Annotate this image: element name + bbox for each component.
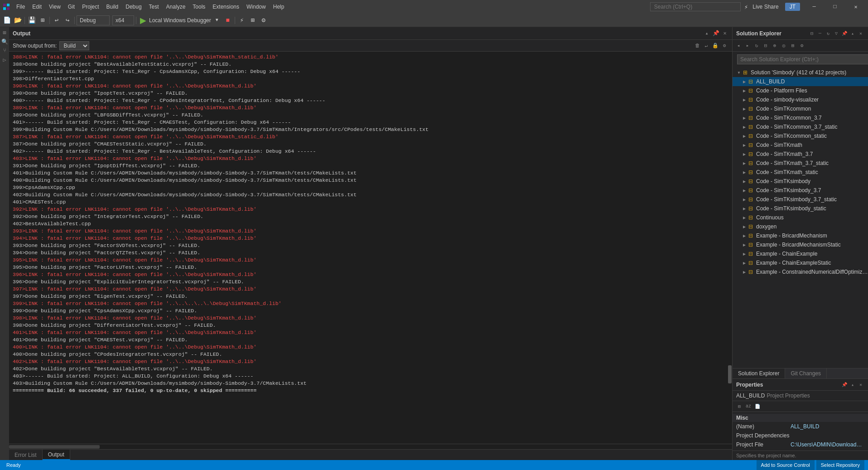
user-button[interactable]: JT — [785, 3, 800, 11]
close-button[interactable]: ✕ — [845, 0, 866, 14]
tree-item[interactable]: ▶⊟Code - SimTKmath_3.7_static — [733, 159, 868, 168]
prop-alpha-button[interactable]: az — [744, 402, 752, 411]
tree-expand-icon[interactable]: ▶ — [742, 224, 747, 229]
se-back-button[interactable]: ◂ — [734, 42, 743, 50]
bottom-tab-error-list[interactable]: Error List — [9, 450, 43, 460]
undo-button[interactable]: ↩ — [52, 15, 62, 25]
run-dropdown-arrow[interactable]: ▼ — [212, 15, 222, 25]
output-source-select[interactable]: Build Debug — [59, 41, 89, 50]
minimize-button[interactable]: ─ — [804, 0, 825, 14]
menu-extensions[interactable]: Extensions — [209, 2, 243, 12]
save-button[interactable]: 💾 — [27, 15, 37, 25]
new-file-button[interactable]: 📄 — [2, 15, 12, 25]
menu-git[interactable]: Git — [64, 2, 78, 12]
menu-debug[interactable]: Debug — [122, 2, 145, 12]
tree-expand-root[interactable]: ▼ — [736, 70, 742, 75]
bottom-tab-output[interactable]: Output — [43, 450, 70, 460]
tree-expand-icon[interactable]: ▶ — [742, 188, 747, 193]
tree-expand-icon[interactable]: ▶ — [742, 79, 747, 84]
add-to-source-control-button[interactable]: Add to Source Control — [757, 460, 815, 470]
tree-item[interactable]: ▶⊟Code - Platform Files — [733, 86, 868, 95]
tree-expand-icon[interactable]: ▶ — [742, 133, 747, 139]
se-refresh-button[interactable]: ↻ — [825, 30, 832, 37]
se-filter-tree-button[interactable]: ⊞ — [789, 42, 797, 50]
maximize-button[interactable]: □ — [825, 0, 845, 14]
live-share-button[interactable]: Live Share — [750, 3, 781, 11]
tree-item[interactable]: ▶⊟Code - SimTKmath_static — [733, 168, 868, 177]
se-tab-git-changes[interactable]: Git Changes — [785, 368, 827, 378]
se-forward-button[interactable]: ▸ — [743, 42, 752, 50]
menu-file[interactable]: File — [13, 2, 29, 12]
se-collapse-button[interactable]: ⊟ — [808, 30, 815, 37]
output-settings-button[interactable]: ⚙ — [720, 42, 728, 50]
tree-expand-icon[interactable]: ▶ — [742, 197, 747, 202]
menu-test[interactable]: Test — [145, 2, 163, 12]
tree-root[interactable]: ▼ ⊞ Solution 'Simbody' (412 of 412 proje… — [733, 68, 868, 77]
word-wrap-button[interactable]: ↵ — [702, 42, 710, 50]
search-input[interactable] — [650, 2, 741, 11]
tree-item[interactable]: ▶⊟Example - BricardMechanismStatic — [733, 240, 868, 249]
se-tab-solution-explorer[interactable]: Solution Explorer — [733, 368, 785, 378]
output-content[interactable]: 388>LINK : fatal error LNK1104: cannot o… — [9, 52, 728, 444]
tree-expand-icon[interactable]: ▶ — [742, 251, 747, 257]
tree-expand-icon[interactable]: ▶ — [742, 260, 747, 266]
tree-item[interactable]: ▶⊟Code - simbody-visualizer — [733, 95, 868, 104]
panel-pin-button[interactable]: 📌 — [712, 30, 719, 37]
clear-output-button[interactable]: 🗑 — [693, 42, 701, 50]
se-sync-button[interactable]: ↔ — [816, 30, 824, 37]
vertical-scrollbar[interactable] — [728, 52, 732, 444]
prop-close-button[interactable]: ✕ — [857, 381, 864, 388]
menu-view[interactable]: View — [45, 2, 64, 12]
tree-item[interactable]: ▶⊟Example - BricardMechanism — [733, 231, 868, 240]
scroll-lock-button[interactable]: 🔒 — [711, 42, 719, 50]
se-collapse-all-button[interactable]: ⊟ — [762, 42, 770, 50]
tree-item[interactable]: ▶⊟Code - SimTKcommon — [733, 104, 868, 113]
menu-window[interactable]: Window — [243, 2, 270, 12]
activity-source-control[interactable]: ⑂ — [1, 47, 8, 54]
select-repository-button[interactable]: Select Repository — [816, 460, 864, 470]
horizontal-scrollbar[interactable] — [9, 444, 732, 449]
tree-expand-icon[interactable]: ▶ — [742, 170, 747, 175]
tree-expand-icon[interactable]: ▶ — [742, 142, 747, 148]
tree-item[interactable]: ▶⊟Continuous — [733, 213, 868, 222]
tree-expand-icon[interactable]: ▶ — [742, 115, 747, 121]
se-pin-button[interactable]: 📌 — [841, 30, 848, 37]
redo-button[interactable]: ↪ — [63, 15, 72, 25]
menu-analyze[interactable]: Analyze — [163, 2, 189, 12]
layout-button[interactable]: ⊞ — [248, 15, 258, 25]
config-dropdown[interactable]: Debug Release — [77, 15, 110, 25]
performance-profiler-button[interactable]: ⚡ — [237, 15, 247, 25]
tree-expand-icon[interactable]: ▶ — [742, 124, 747, 130]
tree-expand-icon[interactable]: ▶ — [742, 206, 747, 211]
panel-close-button[interactable]: ✕ — [721, 30, 728, 37]
activity-search[interactable]: 🔍 — [1, 38, 8, 45]
tree-expand-icon[interactable]: ▶ — [742, 151, 747, 157]
prop-pages-button[interactable]: 📄 — [753, 402, 762, 411]
menu-project[interactable]: Project — [78, 2, 102, 12]
menu-tools[interactable]: Tools — [189, 2, 209, 12]
tree-item[interactable]: ▶⊟Example - ChainExample — [733, 249, 868, 258]
menu-edit[interactable]: Edit — [29, 2, 45, 12]
se-search-input[interactable] — [737, 54, 868, 64]
stop-button[interactable]: ■ — [223, 15, 233, 25]
tree-item[interactable]: ▶⊟Code - SimTKsimbody_3.7_static — [733, 195, 868, 204]
tree-item[interactable]: ▶⊟ALL_BUILD — [733, 77, 868, 86]
prop-categorized-button[interactable]: ⊞ — [735, 402, 743, 411]
se-track-button[interactable]: ◎ — [780, 42, 788, 50]
tree-expand-icon[interactable]: ▶ — [742, 106, 747, 111]
open-button[interactable]: 📂 — [13, 15, 23, 25]
se-properties-button[interactable]: ⚙ — [798, 42, 806, 50]
tree-expand-icon[interactable]: ▶ — [742, 269, 747, 275]
run-button[interactable]: ▶ — [138, 15, 148, 25]
prop-pin-button[interactable]: 📌 — [841, 381, 848, 388]
tree-expand-icon[interactable]: ▶ — [742, 233, 747, 238]
se-refresh-tree-button[interactable]: ↻ — [752, 42, 761, 50]
tree-expand-icon[interactable]: ▶ — [742, 215, 747, 220]
se-filter-button[interactable]: ▽ — [833, 30, 840, 37]
save-all-button[interactable]: ⊞ — [38, 15, 48, 25]
tree-expand-icon[interactable]: ▶ — [742, 88, 747, 93]
se-pending-button[interactable]: ⊕ — [771, 42, 779, 50]
tree-item[interactable]: ▶⊟Code - SimTKsimbody_3.7 — [733, 186, 868, 195]
menu-build[interactable]: Build — [103, 2, 122, 12]
se-close-button[interactable]: ✕ — [857, 30, 864, 37]
